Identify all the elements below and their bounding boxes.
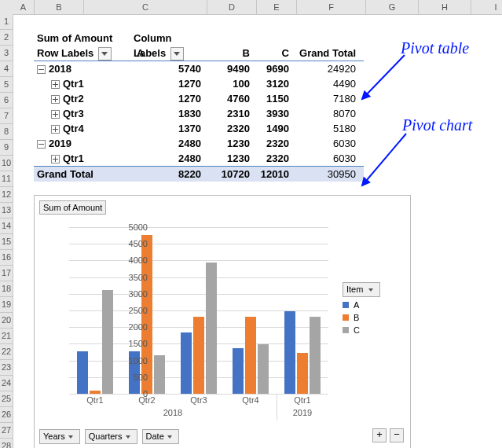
row-header-3[interactable]: 3 — [0, 46, 13, 61]
row-header-4[interactable]: 4 — [0, 61, 13, 77]
row-header-12[interactable]: 12 — [0, 187, 13, 203]
pivot-row-label: Qtr1 — [63, 152, 84, 164]
pivot-row: Qtr41370232014905180 — [34, 121, 364, 136]
row-field-cell[interactable]: Row Labels — [34, 46, 134, 61]
value-field-label: Sum of Amount — [34, 31, 134, 46]
arrow-to-pivot-chart — [357, 132, 412, 197]
col-header-E[interactable]: E — [257, 0, 297, 14]
col-header-H[interactable]: H — [419, 0, 471, 14]
chart-collapse-button[interactable]: − — [390, 428, 404, 442]
chart-bar-B[interactable] — [297, 353, 308, 394]
row-header-9[interactable]: 9 — [0, 140, 13, 156]
row-header-8[interactable]: 8 — [0, 124, 13, 140]
col-header-D[interactable]: D — [207, 0, 257, 14]
chart-expand-collapse: + − — [372, 428, 404, 442]
select-all-corner[interactable] — [0, 0, 13, 15]
col-header-I[interactable]: I — [471, 0, 502, 14]
chart-bar-C[interactable] — [102, 290, 113, 394]
legend-item-A[interactable]: A — [343, 300, 404, 310]
dropdown-icon[interactable] — [166, 432, 175, 442]
chart-gridline — [69, 244, 328, 244]
row-header-21[interactable]: 21 — [0, 329, 13, 344]
legend-item-B[interactable]: B — [343, 313, 404, 322]
chart-bar-C[interactable] — [258, 344, 269, 394]
row-header-18[interactable]: 18 — [0, 281, 13, 297]
collapse-icon[interactable] — [37, 140, 46, 149]
pivot-chart[interactable]: Sum of Amount Qtr1Qtr2Qtr3Qtr4Qtr1 Item … — [34, 195, 411, 448]
chart-expand-button[interactable]: + — [372, 428, 387, 442]
row-header-20[interactable]: 20 — [0, 313, 13, 329]
chart-x-axis-qtr: Qtr1Qtr2Qtr3Qtr4Qtr1 — [69, 395, 328, 408]
collapse-icon[interactable] — [37, 65, 46, 74]
chart-value-field-button[interactable]: Sum of Amount — [39, 200, 106, 215]
chart-bar-A[interactable] — [284, 311, 295, 394]
row-header-17[interactable]: 17 — [0, 266, 13, 281]
chart-axis-button-years[interactable]: Years — [39, 429, 80, 444]
row-field-dropdown-icon[interactable] — [98, 47, 112, 61]
chart-y-tick: 3500 — [116, 273, 148, 282]
row-header-14[interactable]: 14 — [0, 218, 13, 234]
row-header-5[interactable]: 5 — [0, 77, 13, 93]
chart-y-tick: 1000 — [116, 356, 148, 365]
row-header-19[interactable]: 19 — [0, 297, 13, 313]
pivot-grand-total-row: Grand Total 8220 10720 12010 30950 — [34, 166, 364, 182]
col-header-F[interactable]: F — [297, 0, 366, 14]
expand-icon[interactable] — [51, 80, 60, 89]
row-header-10[interactable]: 10 — [0, 156, 13, 171]
chart-axis-button-quarters[interactable]: Quarters — [85, 429, 137, 444]
pivot-header-cols: Row Labels A B C Grand Total — [34, 46, 364, 61]
pivot-cell: 1270 — [134, 91, 204, 106]
legend-swatch — [343, 327, 349, 333]
col-hdr-B: B — [204, 46, 253, 61]
expand-icon[interactable] — [51, 155, 60, 163]
gt-label: Grand Total — [34, 167, 134, 182]
col-header-G[interactable]: G — [366, 0, 419, 14]
row-header-6[interactable]: 6 — [0, 93, 13, 108]
row-header-23[interactable]: 23 — [0, 360, 13, 376]
row-header-16[interactable]: 16 — [0, 250, 13, 266]
chart-legend-dropdown-icon[interactable] — [367, 285, 376, 295]
chart-axis-button-date[interactable]: Date — [142, 429, 179, 444]
chart-bar-A[interactable] — [181, 332, 192, 394]
col-header-A[interactable]: A — [13, 0, 35, 14]
chart-y-tick: 0 — [116, 389, 148, 398]
expand-icon[interactable] — [51, 95, 60, 104]
row-header-27[interactable]: 27 — [0, 423, 13, 439]
chart-bar-C[interactable] — [310, 317, 321, 394]
chart-bar-A[interactable] — [233, 348, 244, 394]
legend-swatch — [343, 302, 349, 308]
row-header-22[interactable]: 22 — [0, 344, 13, 360]
chart-bar-B[interactable] — [193, 317, 204, 394]
column-field-cell[interactable]: Column Labels — [134, 31, 204, 46]
dropdown-icon[interactable] — [124, 432, 134, 442]
row-header-24[interactable]: 24 — [0, 376, 13, 391]
svg-line-1 — [362, 134, 406, 185]
chart-bar-C[interactable] — [154, 355, 165, 394]
chart-bar-C[interactable] — [206, 263, 217, 394]
col-header-C[interactable]: C — [84, 0, 207, 14]
expand-icon[interactable] — [51, 110, 60, 119]
row-header-15[interactable]: 15 — [0, 234, 13, 250]
legend-item-C[interactable]: C — [343, 325, 404, 335]
row-header-26[interactable]: 26 — [0, 407, 13, 423]
chart-gridline — [69, 277, 328, 278]
chart-x-label-qtr: Qtr4 — [225, 395, 277, 405]
row-header-28[interactable]: 28 — [0, 439, 13, 448]
column-field-dropdown-icon[interactable] — [170, 47, 184, 61]
chart-legend-field-button[interactable]: Item — [343, 282, 380, 297]
row-header-1[interactable]: 1 — [0, 14, 13, 30]
row-header-13[interactable]: 13 — [0, 203, 13, 218]
expand-icon[interactable] — [51, 125, 60, 134]
dropdown-icon[interactable] — [67, 432, 76, 442]
chart-bar-B[interactable] — [90, 391, 101, 394]
row-header-11[interactable]: 11 — [0, 171, 13, 187]
chart-legend: Item ABC — [343, 282, 404, 338]
chart-bar-B[interactable] — [245, 317, 256, 394]
legend-label: B — [354, 313, 359, 322]
row-header-7[interactable]: 7 — [0, 108, 13, 124]
row-header-2[interactable]: 2 — [0, 30, 13, 46]
col-header-B[interactable]: B — [35, 0, 84, 14]
row-header-25[interactable]: 25 — [0, 391, 13, 407]
chart-bar-A[interactable] — [77, 351, 88, 394]
pivot-cell: 1150 — [253, 91, 292, 106]
